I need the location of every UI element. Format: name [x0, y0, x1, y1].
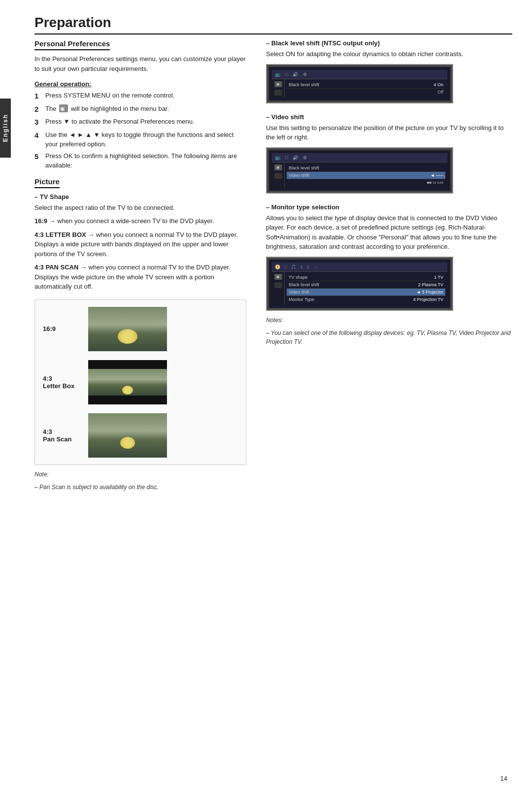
personal-preferences-section: Personal Preferences In the Personal Pre…	[34, 39, 246, 73]
aspect-label-letterbox: Letter Box	[43, 382, 82, 390]
video-shift-text: Use this setting to personalize the posi…	[266, 123, 512, 142]
step-5-text: Press OK to confirm a highlighted select…	[45, 151, 246, 170]
aspect-thumb-169	[88, 307, 167, 351]
aspect-label-43: 4:3	[43, 375, 82, 382]
aspect-row-169: 16:9	[43, 307, 238, 351]
page-number: 14	[500, 775, 507, 782]
step-1-text: Press SYSTEM MENU on the remote control.	[45, 91, 174, 102]
sidebar-language-tab: English	[0, 99, 11, 158]
tv-shape-43lb: 4:3 LETTER BOX → when you connect a norm…	[34, 230, 246, 259]
aspect-thumb-letterbox	[88, 360, 167, 404]
right-column: – Black level shift (NTSC output only) S…	[266, 39, 512, 498]
black-level-shift-screen: 📺 □ 🔊 ⚙ ▣ Black l	[266, 64, 453, 103]
aspect-thumb-panscan	[88, 413, 167, 458]
note-label: Note:	[34, 470, 246, 479]
general-operation-steps: 1 Press SYSTEM MENU on the remote contro…	[34, 91, 246, 170]
step-5: 5 Press OK to confirm a highlighted sele…	[34, 151, 246, 170]
menu-icon	[59, 104, 68, 112]
tv-shape-169: 16:9 → when you connect a wide-screen TV…	[34, 216, 246, 226]
notes-label: Notes:	[266, 316, 512, 325]
monitor-type-text: Allows you to select the type of display…	[266, 213, 512, 252]
tv-shape-title: – TV Shape	[34, 193, 246, 200]
step-2: 2 The will be highlighted in the menu ba…	[34, 104, 246, 115]
aspect-row-panscan: 4:3 Pan Scan	[43, 413, 238, 458]
video-shift-screen: 📺 □ 🔊 ⚙ ▣ Black l	[266, 147, 453, 194]
personal-preferences-intro: In the Personal Preferences settings men…	[34, 54, 246, 73]
tv-shape-intro: Select the aspect ratio of the TV to be …	[34, 203, 246, 213]
step-3-text: Press ▼ to activate the Personal Prefere…	[45, 117, 195, 128]
aspect-row-letterbox: 4:3 Letter Box	[43, 360, 238, 404]
step-4-text: Use the ◄ ► ▲ ▼ keys to toggle through t…	[45, 130, 246, 149]
step-4: 4 Use the ◄ ► ▲ ▼ keys to toggle through…	[34, 130, 246, 149]
general-operation-section: General operation: 1 Press SYSTEM MENU o…	[34, 80, 246, 170]
picture-section-title: Picture	[34, 177, 60, 188]
tv-shape-section: – TV Shape Select the aspect ratio of th…	[34, 193, 246, 292]
video-shift-section: – Video shift Use this setting to person…	[266, 113, 512, 194]
note-dash: – Pan Scan is subject to availability on…	[34, 483, 246, 492]
monitor-type-section: – Monitor type selection Allows you to s…	[266, 203, 512, 346]
monitor-type-screen: 📀 □ 🎵 1 2 → ▣	[266, 257, 453, 311]
sidebar-label: English	[2, 114, 9, 142]
step-3: 3 Press ▼ to activate the Personal Prefe…	[34, 117, 246, 128]
personal-preferences-title: Personal Preferences	[34, 39, 110, 50]
left-column: Personal Preferences In the Personal Pre…	[34, 39, 246, 498]
page-title: Preparation	[34, 15, 512, 34]
step-2-text: The will be highlighted in the menu bar.	[45, 104, 169, 115]
notes-dash1: – You can select one of the following di…	[266, 329, 512, 346]
aspect-ratio-box: 16:9 4:3 Letter Box	[34, 299, 246, 465]
black-level-shift-title: – Black level shift (NTSC output only)	[266, 39, 512, 47]
black-level-shift-text: Select ON for adapting the colour dynami…	[266, 49, 512, 59]
monitor-type-title: – Monitor type selection	[266, 203, 512, 211]
monitor-notes: Notes: – You can select one of the follo…	[266, 316, 512, 346]
picture-section: Picture – TV Shape Select the aspect rat…	[34, 177, 246, 492]
black-level-shift-section: – Black level shift (NTSC output only) S…	[266, 39, 512, 103]
pan-scan-note: Note: – Pan Scan is subject to availabil…	[34, 470, 246, 492]
step-1: 1 Press SYSTEM MENU on the remote contro…	[34, 91, 246, 102]
aspect-label-panscan: Pan Scan	[43, 435, 82, 443]
general-operation-title: General operation:	[34, 80, 246, 88]
aspect-label-43ps: 4:3	[43, 428, 82, 435]
video-shift-title: – Video shift	[266, 113, 512, 121]
tv-shape-43ps: 4:3 PAN SCAN → when you connect a normal…	[34, 263, 246, 292]
aspect-label-169: 16:9	[43, 325, 82, 332]
